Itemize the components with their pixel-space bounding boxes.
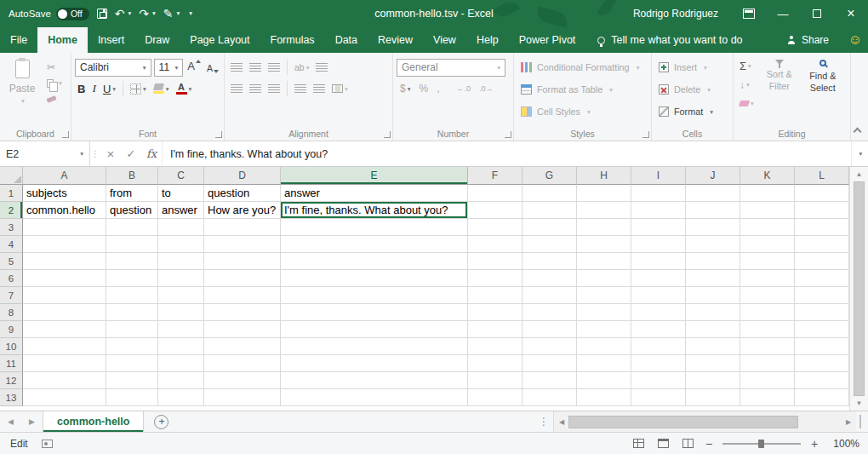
cell-C4[interactable] — [158, 236, 204, 253]
column-header-F[interactable]: F — [468, 167, 523, 185]
cell-E13[interactable] — [281, 389, 468, 406]
minimize-button[interactable]: — — [766, 0, 800, 27]
cell-I9[interactable] — [631, 321, 686, 338]
cell-A12[interactable] — [23, 372, 106, 389]
cell-F8[interactable] — [468, 304, 523, 321]
cell-C10[interactable] — [158, 338, 204, 355]
cell-G4[interactable] — [523, 236, 577, 253]
cell-D12[interactable] — [204, 372, 281, 389]
cell-B8[interactable] — [106, 304, 158, 321]
insert-cells-button[interactable]: Insert▾ — [655, 56, 729, 78]
tab-review[interactable]: Review — [368, 27, 423, 53]
tab-view[interactable]: View — [423, 27, 466, 53]
alignment-dialog-launcher-icon[interactable] — [384, 131, 391, 138]
cell-D6[interactable] — [204, 270, 281, 287]
horizontal-scroll-thumb[interactable] — [568, 416, 798, 428]
zoom-slider-thumb[interactable] — [758, 440, 764, 448]
cell-A11[interactable] — [23, 355, 106, 372]
column-header-H[interactable]: H — [577, 167, 631, 185]
fill-color-button[interactable]: ▾ — [151, 79, 172, 98]
cell-D3[interactable] — [204, 219, 281, 236]
number-format-combo[interactable]: General▾ — [397, 59, 505, 77]
cell-J7[interactable] — [686, 287, 740, 304]
select-all-button[interactable] — [0, 167, 23, 185]
cell-G7[interactable] — [523, 287, 577, 304]
cell-L10[interactable] — [795, 338, 849, 355]
cell-A4[interactable] — [23, 236, 106, 253]
row-header-4[interactable]: 4 — [0, 236, 23, 253]
cell-F2[interactable] — [468, 202, 523, 219]
cell-G13[interactable] — [523, 389, 577, 406]
cell-C3[interactable] — [158, 219, 204, 236]
tab-draw[interactable]: Draw — [134, 27, 180, 53]
cell-A1[interactable]: subjects — [23, 185, 106, 202]
cell-C12[interactable] — [158, 372, 204, 389]
vertical-scrollbar[interactable]: ▲ ▼ — [849, 167, 868, 411]
cell-I4[interactable] — [631, 236, 686, 253]
align-top-button[interactable] — [228, 58, 245, 77]
cell-B9[interactable] — [106, 321, 158, 338]
name-box[interactable]: E2▾ — [0, 141, 90, 166]
cell-H11[interactable] — [577, 355, 631, 372]
cell-J13[interactable] — [686, 389, 740, 406]
merge-center-button[interactable]: ▾ — [329, 79, 351, 98]
paste-button[interactable]: Paste ▾ — [3, 56, 41, 123]
cell-I13[interactable] — [631, 389, 686, 406]
customize-qat-button[interactable]: ▾ — [187, 10, 192, 17]
cell-H5[interactable] — [577, 253, 631, 270]
increase-decimal-button[interactable]: ←.0 — [453, 80, 474, 97]
fill-button[interactable]: ↓▾ — [737, 77, 757, 93]
cell-J1[interactable] — [686, 185, 740, 202]
zoom-in-button[interactable]: + — [808, 437, 821, 451]
cell-H3[interactable] — [577, 219, 631, 236]
accounting-format-button[interactable]: $▾ — [397, 80, 414, 97]
cell-E2[interactable]: I'm fine, thanks. What about you? — [281, 202, 468, 219]
tab-help[interactable]: Help — [466, 27, 509, 53]
cell-J9[interactable] — [686, 321, 740, 338]
tab-page-layout[interactable]: Page Layout — [180, 27, 260, 53]
cell-K11[interactable] — [740, 355, 795, 372]
cancel-entry-button[interactable]: × — [100, 141, 121, 166]
decrease-indent-button[interactable] — [292, 79, 309, 98]
scroll-left-icon[interactable]: ◀ — [555, 418, 568, 426]
column-header-D[interactable]: D — [204, 167, 281, 185]
tab-data[interactable]: Data — [325, 27, 368, 53]
cell-E5[interactable] — [281, 253, 468, 270]
cell-J4[interactable] — [686, 236, 740, 253]
cell-L8[interactable] — [795, 304, 849, 321]
cell-B13[interactable] — [106, 389, 158, 406]
cell-B1[interactable]: from — [106, 185, 158, 202]
cell-L11[interactable] — [795, 355, 849, 372]
column-header-I[interactable]: I — [631, 167, 686, 185]
align-center-button[interactable] — [247, 79, 264, 98]
cell-H4[interactable] — [577, 236, 631, 253]
increase-indent-button[interactable] — [311, 79, 328, 98]
format-as-table-button[interactable]: Format as Table▾ — [517, 78, 648, 101]
cell-A2[interactable]: common.hello — [23, 202, 106, 219]
cell-G2[interactable] — [523, 202, 577, 219]
cell-F4[interactable] — [468, 236, 523, 253]
redo-button[interactable]: ↷▾ — [139, 8, 156, 20]
cell-G8[interactable] — [523, 304, 577, 321]
cell-L7[interactable] — [795, 287, 849, 304]
row-header-9[interactable]: 9 — [0, 321, 23, 338]
find-select-button[interactable]: Find & Select — [802, 56, 843, 112]
row-header-12[interactable]: 12 — [0, 372, 23, 389]
new-sheet-button[interactable]: + — [154, 415, 168, 429]
cell-L3[interactable] — [795, 219, 849, 236]
cell-C9[interactable] — [158, 321, 204, 338]
row-header-2[interactable]: 2 — [0, 202, 23, 219]
cell-J12[interactable] — [686, 372, 740, 389]
insert-function-button[interactable]: fx — [141, 141, 162, 166]
cell-L12[interactable] — [795, 372, 849, 389]
tab-split-handle[interactable] — [859, 415, 868, 428]
row-header-1[interactable]: 1 — [0, 185, 23, 202]
column-header-B[interactable]: B — [106, 167, 158, 185]
formula-bar-handle[interactable]: ⋮ — [90, 141, 100, 166]
horizontal-scrollbar[interactable]: ◀ ▶ — [553, 411, 856, 432]
decrease-decimal-button[interactable]: .0→ — [476, 80, 497, 97]
cell-J2[interactable] — [686, 202, 740, 219]
cell-C11[interactable] — [158, 355, 204, 372]
cell-C13[interactable] — [158, 389, 204, 406]
expand-formula-bar-button[interactable]: ▾ — [851, 141, 868, 166]
